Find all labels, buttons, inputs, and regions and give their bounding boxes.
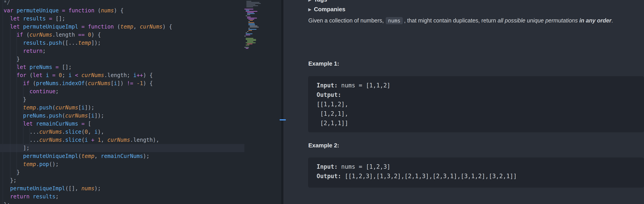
text-token [4,113,23,119]
text-token: nums = [1,2,3] [338,163,390,170]
minimap-line [246,34,252,34]
text-token: .length [52,32,78,38]
text-token: var [4,8,13,14]
sash-drag-indicator[interactable] [280,119,286,120]
text-token: results [33,193,56,200]
text-token: < [75,72,78,78]
code-line[interactable]: results.push([...temp]); [4,39,172,47]
tags-section-header[interactable]: ▶Tags [308,0,327,3]
code-line[interactable]: ...curNums.slice(i + 1, curNums.length), [4,136,172,144]
text-token [4,64,16,70]
text-token [4,88,30,95]
example-code-line: [[1,1,2], [316,100,637,109]
text-token [59,8,62,14]
code-line[interactable]: var permuteUnique = function (nums) { [4,7,172,15]
code-line[interactable]: permuteUniqueImpl(temp, remainCurNums); [4,152,172,160]
text-token: ( [52,104,56,111]
minimap[interactable] [244,0,274,204]
code-line[interactable]: for (let i = 0; i < curNums.length; i++)… [4,71,172,79]
text-token: temp [23,161,36,167]
text-token: for [16,72,26,78]
minimap-line [248,28,250,29]
code-line[interactable]: ...curNums.slice(0, i), [4,128,172,136]
text-token [20,16,23,22]
text-token: [ [110,80,114,87]
code-line[interactable]: return results; [4,192,172,201]
minimap-line [247,12,254,13]
minimap-line [248,25,255,25]
code-line[interactable]: } [4,95,172,104]
text-token: Output: [316,91,341,98]
text-token [88,137,91,143]
code-line[interactable]: */ [4,0,172,7]
text-token: . [36,161,39,167]
chevron-right-icon: ▶ [308,0,311,2]
code-line[interactable]: temp.push(curNums[i]); [4,104,172,112]
code-line[interactable]: }; [4,201,172,204]
pane-divider[interactable] [281,0,284,204]
code-line[interactable]: } [4,55,172,63]
text-token [4,80,23,87]
text-token: ); [94,185,101,192]
code-line[interactable]: } [4,168,172,176]
code-editor[interactable]: */var permuteUnique = function (nums) { … [0,0,281,204]
text-token: 0 [59,72,62,78]
text-token: push [39,104,52,111]
text-token: = [56,64,58,70]
text-token: ) { [162,24,172,30]
text-token: temp [23,104,36,111]
code-line[interactable]: let permuteUniqueImpl = function (temp, … [4,23,172,31]
text-token: push [49,40,62,46]
text-token: let [16,64,26,70]
code-line[interactable]: return; [4,47,172,55]
text-token: [2,1,1]] [316,120,348,126]
code-content[interactable]: */var permuteUnique = function (nums) { … [4,0,172,204]
code-line[interactable]: if (curNums.length == 0) { [4,31,172,39]
text-token [78,24,81,30]
code-line[interactable]: permuteUniqueImpl([], nums); [4,184,172,192]
text-token [4,72,16,78]
text-token: + [91,137,94,143]
text-token: temp [78,40,91,46]
minimap-line [247,41,253,42]
code-line[interactable]: temp.pop(); [4,160,172,168]
text-token: i [46,72,49,78]
minimap-line [246,2,260,3]
code-line[interactable]: if (preNums.indexOf(curNums[i]) != -1) { [4,79,172,87]
text-token: [1,2,1], [316,110,348,117]
minimap-line [246,43,256,43]
text-token [78,121,81,127]
text-token: , that might contain duplicates, return [404,17,498,24]
minimap-line [246,35,250,35]
text-token: ( [114,24,120,30]
text-token: permuteUnique [16,8,59,14]
text-token: ), [98,129,104,135]
code-line[interactable]: preNums.push(curNums[i]); [4,112,172,120]
minimap-line [246,45,249,45]
text-token: ]) [117,80,127,87]
code-line[interactable]: }; [4,176,172,184]
minimap-line [248,30,252,31]
text-token: ) { [91,32,101,38]
minimap-line [247,40,256,41]
code-line[interactable]: continue; [4,87,172,95]
text-token: .length), [130,137,159,143]
companies-section-header[interactable]: ▶Companies [308,6,345,13]
text-token: []; [52,16,65,22]
code-line[interactable]: let results = []; [4,15,172,23]
vscode-leetcode-window: */var permuteUnique = function (nums) { … [0,0,644,204]
text-token: let [23,121,33,127]
problem-description-panel[interactable]: ▶Tags ▶Companies Given a collection of n… [284,0,644,204]
text-token [72,72,75,78]
text-token: ([], [65,185,82,192]
text-token: } [4,96,26,103]
code-line[interactable]: ]; [4,144,172,152]
text-token: . [46,113,49,119]
text-token [13,8,16,14]
code-line[interactable]: let preNums = []; [4,63,172,71]
gutter-border [3,0,3,204]
text-token: , [133,24,140,30]
minimap-line [244,9,253,10]
code-line[interactable]: let remainCurNums = [ [4,120,172,128]
minimap-line [247,17,251,17]
